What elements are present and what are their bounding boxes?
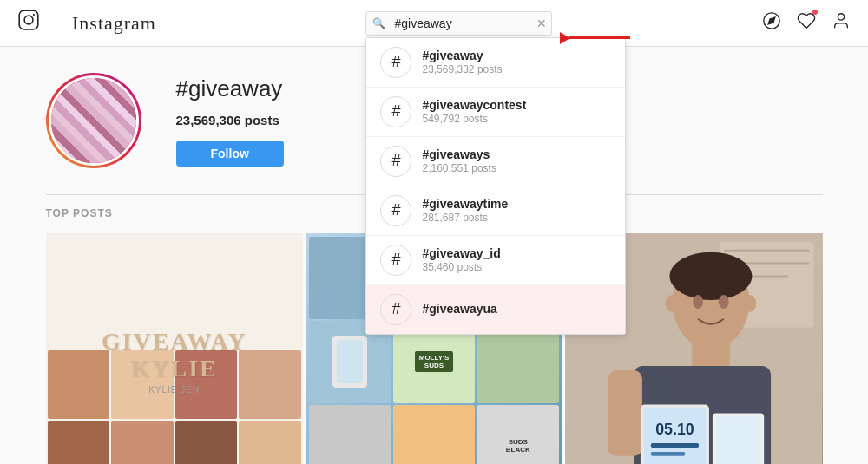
dropdown-item-3[interactable]: # #giveawaytime 281,687 posts [366,186,625,236]
profile-icon[interactable] [832,11,851,36]
svg-rect-17 [692,343,729,369]
avatar-pattern [51,78,136,163]
grid-image-0[interactable]: GIVEAWAYKYLIE KYLIE JEN [46,233,303,464]
hash-icon-2: # [380,146,411,177]
search-container: 🔍 ✕ # #giveaway 23,569,332 posts # [365,11,552,36]
svg-point-14 [719,295,729,309]
svg-rect-19 [608,370,643,456]
search-area: 🔍 ✕ # #giveaway 23,569,332 posts # [156,11,762,36]
dropdown-posts-3: 281,687 posts [422,212,508,224]
dropdown-posts-4: 35,460 posts [422,261,500,273]
dropdown-posts-1: 549,792 posts [422,113,526,125]
dropdown-tag-0: #giveaway [422,49,502,62]
svg-point-5 [838,13,844,19]
product-7 [309,405,391,464]
dropdown-tag-5: #giveawayua [422,302,496,316]
instagram-camera-icon [17,9,40,37]
hash-icon-0: # [380,47,411,78]
svg-point-12 [670,252,753,300]
svg-text:05.10: 05.10 [655,421,694,438]
svg-point-13 [693,295,703,309]
search-dropdown: # #giveaway 23,569,332 posts # #giveaway… [365,37,626,335]
svg-point-2 [33,14,35,16]
swatch-7 [175,421,238,464]
follow-button[interactable]: Follow [176,141,284,167]
svg-rect-24 [651,452,686,456]
dropdown-item-2[interactable]: # #giveaways 2,160,551 posts [366,137,625,186]
search-input[interactable] [365,11,552,36]
dropdown-tag-2: #giveaways [422,147,496,161]
dropdown-item-5[interactable]: # #giveawayua [366,285,625,334]
kylie-giveaway-text: GIVEAWAYKYLIE [102,329,247,382]
heart-icon[interactable] [797,11,816,36]
dropdown-item-4[interactable]: # #giveaway_id 35,460 posts [366,236,625,285]
dropdown-tag-4: #giveaway_id [422,246,500,260]
swatch-6 [111,421,174,464]
dropdown-tag-3: #giveawaytime [422,197,508,211]
product-8 [393,405,476,464]
dropdown-item-1[interactable]: # #giveawaycontest 549,792 posts [366,88,625,137]
dropdown-tag-1: #giveawaycontest [422,98,526,112]
logo-text: Instagram [72,12,156,35]
svg-point-16 [743,295,757,312]
notification-dot [812,10,818,15]
compass-icon[interactable] [762,11,781,36]
svg-marker-4 [768,17,775,24]
header: Instagram 🔍 ✕ # #giveaway 23,569,332 pos… [0,0,868,47]
svg-rect-23 [651,443,699,448]
hash-icon-1: # [380,96,411,127]
logo-divider [56,12,56,35]
arrow-annotation [560,32,630,44]
posts-count: 23,569,306 [176,113,241,127]
dropdown-posts-0: 23,569,332 posts [422,63,502,75]
svg-rect-26 [716,416,760,464]
swatch-5 [48,421,110,464]
dropdown-posts-2: 2,160,551 posts [422,162,496,174]
svg-point-15 [666,295,680,312]
hash-icon-4: # [380,245,411,276]
avatar-wrapper [46,73,141,168]
dropdown-item-0[interactable]: # #giveaway 23,569,332 posts [366,38,625,88]
logo: Instagram [17,9,156,37]
kylie-subtitle: KYLIE JEN [102,385,247,395]
posts-label: posts [245,113,279,127]
svg-rect-0 [19,10,38,29]
svg-point-1 [24,16,33,24]
swatch-8 [239,421,301,464]
search-clear-icon[interactable]: ✕ [536,17,547,29]
search-icon: 🔍 [372,17,385,29]
product-9: SUDSBLACK [477,405,559,464]
hash-icon-3: # [380,195,411,226]
header-right [762,11,851,36]
hash-icon-5: # [380,294,411,325]
avatar [49,75,139,166]
